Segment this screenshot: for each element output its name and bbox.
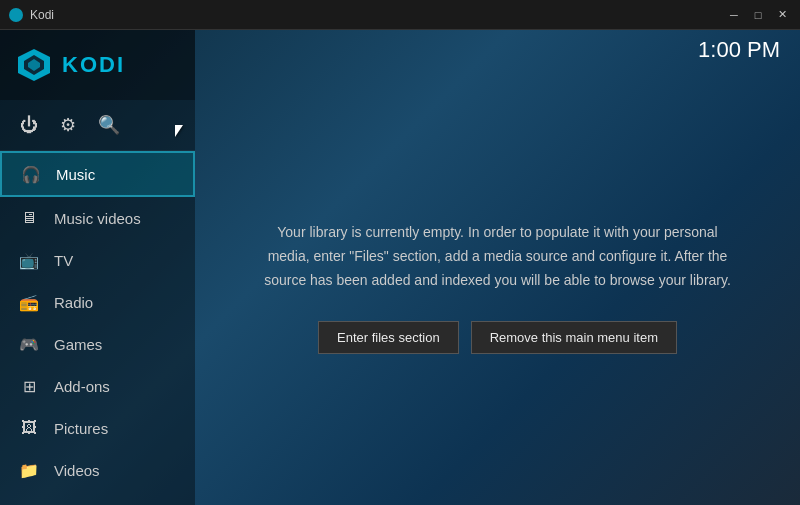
nav-item-music-videos[interactable]: 🖥 Music videos [0,197,195,239]
nav-label-add-ons: Add-ons [54,378,110,395]
kodi-logo-icon [16,47,52,83]
nav-label-games: Games [54,336,102,353]
nav-item-games[interactable]: 🎮 Games [0,323,195,365]
add-ons-icon: ⊞ [18,375,40,397]
app-title: Kodi [30,8,54,22]
top-bar: 1:00 PM [195,30,800,70]
close-button[interactable]: ✕ [772,5,792,25]
nav-item-add-ons[interactable]: ⊞ Add-ons [0,365,195,407]
sidebar-header: KODI [0,30,195,100]
videos-icon: 📁 [18,459,40,481]
nav-label-tv: TV [54,252,73,269]
nav-label-videos: Videos [54,462,100,479]
nav-label-music: Music [56,166,95,183]
kodi-icon [8,7,24,23]
nav-label-radio: Radio [54,294,93,311]
title-bar-left: Kodi [8,7,54,23]
title-bar-controls: ─ □ ✕ [724,5,792,25]
sidebar-nav: 🎧 Music 🖥 Music videos 📺 TV 📻 Radio 🎮 Ga… [0,151,195,505]
sidebar: KODI ⏻ ⚙ 🔍 🎧 Music 🖥 Music videos 📺 TV 📻… [0,30,195,505]
power-icon[interactable]: ⏻ [20,115,38,136]
title-bar: Kodi ─ □ ✕ [0,0,800,30]
empty-library-message: Your library is currently empty. In orde… [255,221,740,292]
clock: 1:00 PM [698,37,780,63]
music-videos-icon: 🖥 [18,207,40,229]
nav-label-music-videos: Music videos [54,210,141,227]
minimize-button[interactable]: ─ [724,5,744,25]
action-buttons: Enter files section Remove this main men… [318,321,677,354]
app-container: KODI ⏻ ⚙ 🔍 🎧 Music 🖥 Music videos 📺 TV 📻… [0,30,800,505]
maximize-button[interactable]: □ [748,5,768,25]
kodi-logo-text: KODI [62,52,125,78]
tv-icon: 📺 [18,249,40,271]
sidebar-actions: ⏻ ⚙ 🔍 [0,100,195,151]
nav-item-pictures[interactable]: 🖼 Pictures [0,407,195,449]
pictures-icon: 🖼 [18,417,40,439]
nav-item-videos[interactable]: 📁 Videos [0,449,195,491]
radio-icon: 📻 [18,291,40,313]
favourites-icon: ★ [18,501,40,505]
games-icon: 🎮 [18,333,40,355]
nav-item-tv[interactable]: 📺 TV [0,239,195,281]
music-icon: 🎧 [20,163,42,185]
nav-item-music[interactable]: 🎧 Music [0,151,195,197]
nav-item-radio[interactable]: 📻 Radio [0,281,195,323]
content-area: Your library is currently empty. In orde… [195,70,800,505]
remove-menu-item-button[interactable]: Remove this main menu item [471,321,677,354]
svg-point-0 [9,8,23,22]
enter-files-button[interactable]: Enter files section [318,321,459,354]
settings-icon[interactable]: ⚙ [60,114,76,136]
search-icon[interactable]: 🔍 [98,114,120,136]
main-content: 1:00 PM Your library is currently empty.… [195,30,800,505]
nav-label-pictures: Pictures [54,420,108,437]
nav-item-favourites[interactable]: ★ Favourites [0,491,195,505]
